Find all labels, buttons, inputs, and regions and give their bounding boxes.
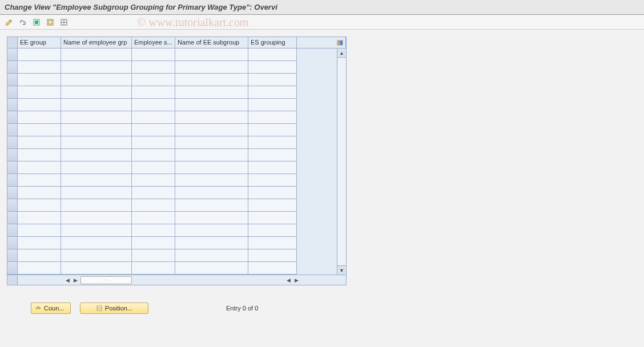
cell[interactable] xyxy=(132,61,175,74)
scroll-left-end-button[interactable]: ◀ xyxy=(284,276,292,284)
cell[interactable] xyxy=(61,86,132,99)
row-selector[interactable] xyxy=(7,174,18,187)
table-row[interactable] xyxy=(7,174,297,187)
cell[interactable] xyxy=(61,212,132,224)
row-selector[interactable] xyxy=(7,111,18,124)
cell[interactable] xyxy=(61,162,132,174)
cell[interactable] xyxy=(175,174,248,187)
cell[interactable] xyxy=(61,237,132,249)
scroll-right-inner-button[interactable]: ▶ xyxy=(71,276,79,284)
column-header-name-ee-subgroup[interactable]: Name of EE subgroup xyxy=(175,37,248,48)
cell[interactable] xyxy=(248,136,297,149)
cell[interactable] xyxy=(175,199,248,212)
cell[interactable] xyxy=(175,61,248,74)
cell[interactable] xyxy=(61,99,132,111)
cell[interactable] xyxy=(132,162,175,174)
cell[interactable] xyxy=(248,249,297,262)
cell[interactable] xyxy=(18,86,61,99)
cell[interactable] xyxy=(132,237,175,249)
row-selector[interactable] xyxy=(7,212,18,224)
cell[interactable] xyxy=(248,111,297,124)
cell[interactable] xyxy=(175,86,248,99)
cell[interactable] xyxy=(248,61,297,74)
table-row[interactable] xyxy=(7,224,297,237)
column-header-name-employee-grp[interactable]: Name of employee grp xyxy=(61,37,132,48)
cell[interactable] xyxy=(248,149,297,162)
table-row[interactable] xyxy=(7,237,297,249)
cell[interactable] xyxy=(18,249,61,262)
cell[interactable] xyxy=(18,149,61,162)
cell[interactable] xyxy=(248,237,297,249)
cell[interactable] xyxy=(18,124,61,136)
cell[interactable] xyxy=(132,224,175,237)
table-settings-button[interactable] xyxy=(58,17,70,27)
cell[interactable] xyxy=(61,224,132,237)
cell[interactable] xyxy=(61,49,132,61)
cell[interactable] xyxy=(61,74,132,86)
cell[interactable] xyxy=(61,111,132,124)
cell[interactable] xyxy=(18,187,61,199)
cell[interactable] xyxy=(61,262,132,275)
cell[interactable] xyxy=(248,99,297,111)
row-selector[interactable] xyxy=(7,49,18,61)
cell[interactable] xyxy=(175,149,248,162)
cell[interactable] xyxy=(61,199,132,212)
cell[interactable] xyxy=(175,187,248,199)
cell[interactable] xyxy=(175,136,248,149)
cell[interactable] xyxy=(61,124,132,136)
cell[interactable] xyxy=(132,149,175,162)
cell[interactable] xyxy=(61,149,132,162)
cell[interactable] xyxy=(175,124,248,136)
countries-button[interactable]: Coun... xyxy=(31,302,71,314)
cell[interactable] xyxy=(132,212,175,224)
row-selector[interactable] xyxy=(7,99,18,111)
deselect-all-button[interactable] xyxy=(45,17,56,27)
cell[interactable] xyxy=(18,136,61,149)
cell[interactable] xyxy=(18,61,61,74)
cell[interactable] xyxy=(248,174,297,187)
table-row[interactable] xyxy=(7,124,297,136)
cell[interactable] xyxy=(61,61,132,74)
other-view-button[interactable] xyxy=(17,17,29,27)
row-selector[interactable] xyxy=(7,224,18,237)
vertical-scrollbar[interactable]: ▲ ▼ xyxy=(337,49,346,275)
cell[interactable] xyxy=(175,224,248,237)
cell[interactable] xyxy=(18,212,61,224)
cell[interactable] xyxy=(175,111,248,124)
cell[interactable] xyxy=(132,86,175,99)
cell[interactable] xyxy=(61,174,132,187)
cell[interactable] xyxy=(175,237,248,249)
cell[interactable] xyxy=(18,224,61,237)
cell[interactable] xyxy=(18,199,61,212)
cell[interactable] xyxy=(248,86,297,99)
row-selector[interactable] xyxy=(7,199,18,212)
cell[interactable] xyxy=(18,174,61,187)
row-selector[interactable] xyxy=(7,61,18,74)
cell[interactable] xyxy=(132,262,175,275)
cell[interactable] xyxy=(248,187,297,199)
cell[interactable] xyxy=(18,74,61,86)
cell[interactable] xyxy=(132,99,175,111)
select-all-button[interactable] xyxy=(31,17,42,27)
cell[interactable] xyxy=(175,49,248,61)
table-row[interactable] xyxy=(7,187,297,199)
table-row[interactable] xyxy=(7,162,297,174)
table-row[interactable] xyxy=(7,249,297,262)
table-row[interactable] xyxy=(7,86,297,99)
cell[interactable] xyxy=(248,262,297,275)
cell[interactable] xyxy=(132,249,175,262)
cell[interactable] xyxy=(132,187,175,199)
cell[interactable] xyxy=(175,162,248,174)
cell[interactable] xyxy=(132,74,175,86)
cell[interactable] xyxy=(132,174,175,187)
cell[interactable] xyxy=(175,262,248,275)
table-row[interactable] xyxy=(7,99,297,111)
cell[interactable] xyxy=(248,49,297,61)
cell[interactable] xyxy=(175,212,248,224)
table-row[interactable] xyxy=(7,61,297,74)
hscroll-track[interactable]: ◀ ▶ ⋯ ◀ ▶ xyxy=(18,275,346,285)
cell[interactable] xyxy=(18,262,61,275)
column-header-ee-group[interactable]: EE group xyxy=(18,37,61,48)
cell[interactable] xyxy=(132,136,175,149)
row-selector[interactable] xyxy=(7,249,18,262)
